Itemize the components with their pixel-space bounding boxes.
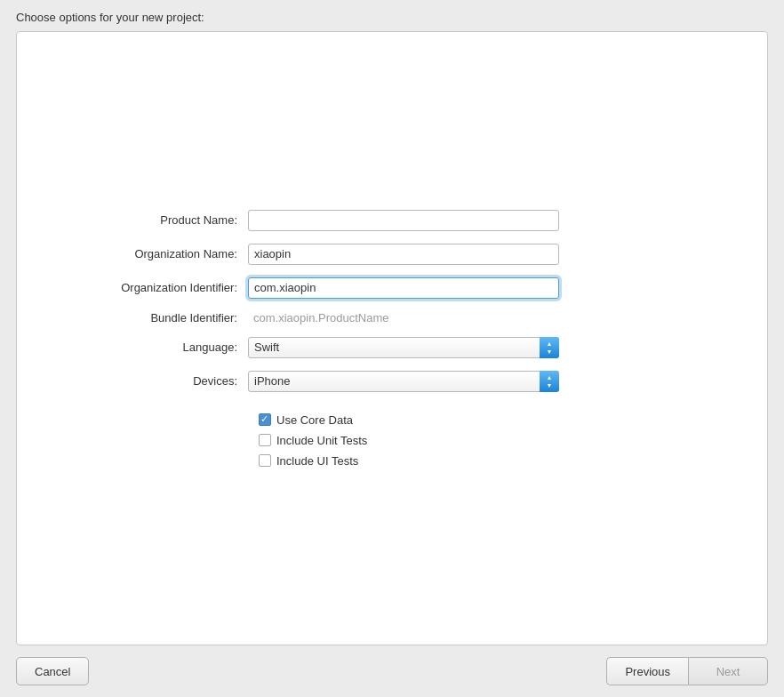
bundle-identifier-row: Bundle Identifier: com.xiaopin.ProductNa…: [70, 311, 714, 324]
main-panel: Product Name: Organization Name: Organiz…: [16, 31, 768, 645]
organization-identifier-input[interactable]: [248, 277, 559, 299]
product-name-row: Product Name:: [70, 210, 714, 231]
language-label: Language:: [70, 340, 248, 354]
include-ui-tests-row: Include UI Tests: [259, 454, 714, 468]
organization-name-row: Organization Name:: [70, 244, 714, 265]
devices-select[interactable]: iPhone iPad Universal: [248, 371, 559, 392]
footer-left: Cancel: [16, 657, 89, 685]
include-unit-tests-checkbox[interactable]: [259, 434, 271, 446]
use-core-data-row: Use Core Data: [259, 413, 714, 427]
language-row: Language: Swift Objective-C: [70, 337, 714, 358]
next-button[interactable]: Next: [688, 657, 768, 685]
use-core-data-label: Use Core Data: [276, 413, 353, 427]
include-ui-tests-checkbox[interactable]: [259, 454, 271, 467]
language-select-wrapper: Swift Objective-C: [248, 337, 559, 358]
product-name-label: Product Name:: [70, 213, 248, 227]
organization-name-input[interactable]: [248, 244, 559, 265]
organization-identifier-row: Organization Identifier:: [70, 277, 714, 299]
cancel-button[interactable]: Cancel: [16, 657, 89, 685]
organization-identifier-label: Organization Identifier:: [70, 281, 248, 294]
bundle-identifier-label: Bundle Identifier:: [70, 311, 248, 324]
devices-label: Devices:: [70, 374, 248, 388]
include-unit-tests-row: Include Unit Tests: [259, 434, 714, 447]
previous-button[interactable]: Previous: [606, 657, 688, 685]
include-ui-tests-label: Include UI Tests: [276, 454, 358, 468]
organization-name-label: Organization Name:: [70, 247, 248, 260]
language-select[interactable]: Swift Objective-C: [248, 337, 559, 358]
include-unit-tests-label: Include Unit Tests: [276, 434, 367, 447]
product-name-input[interactable]: [248, 210, 559, 231]
use-core-data-checkbox[interactable]: [259, 413, 271, 426]
devices-select-wrapper: iPhone iPad Universal: [248, 371, 559, 392]
form-area: Product Name: Organization Name: Organiz…: [17, 32, 767, 645]
devices-row: Devices: iPhone iPad Universal: [70, 371, 714, 392]
bundle-identifier-value: com.xiaopin.ProductName: [248, 311, 388, 324]
checkbox-group: Use Core Data Include Unit Tests Include…: [259, 413, 714, 468]
dialog-header: Choose options for your new project:: [0, 0, 784, 31]
footer-right: Previous Next: [606, 657, 768, 685]
checkboxes-area: Use Core Data Include Unit Tests Include…: [70, 413, 714, 468]
header-title: Choose options for your new project:: [16, 11, 204, 24]
footer: Cancel Previous Next: [0, 645, 784, 697]
